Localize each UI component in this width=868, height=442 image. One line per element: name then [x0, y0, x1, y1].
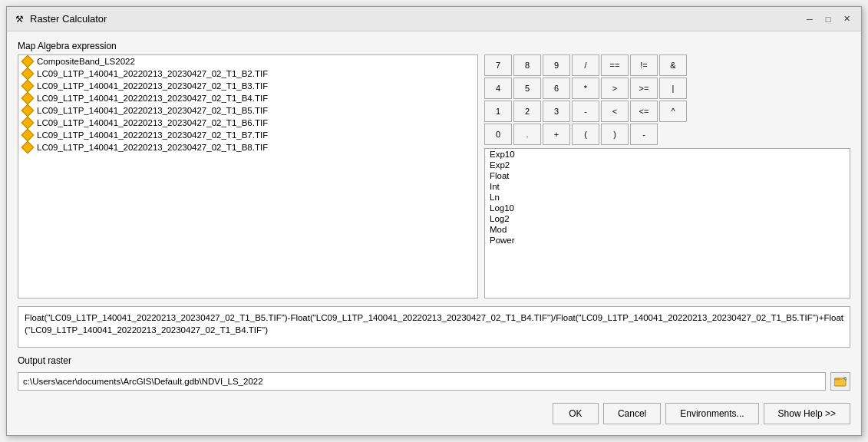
- calc-button-__[interactable]: <=: [630, 101, 658, 122]
- cancel-button[interactable]: Cancel: [603, 403, 661, 424]
- title-bar: ⚒ Raster Calculator ─ □ ✕: [7, 7, 861, 31]
- calc-button-1[interactable]: 1: [484, 101, 512, 122]
- maximize-button[interactable]: □: [820, 11, 837, 28]
- calc-button-_[interactable]: .: [513, 124, 541, 145]
- raster-item-label: LC09_L1TP_140041_20220213_20230427_02_T1…: [37, 130, 268, 140]
- calc-button-__[interactable]: >=: [630, 78, 658, 99]
- output-path-input[interactable]: [18, 372, 826, 391]
- calc-button-5[interactable]: 5: [513, 78, 541, 99]
- raster-list-container[interactable]: CompositeBand_LS2022LC09_L1TP_140041_202…: [18, 54, 478, 299]
- window-icon: ⚒: [13, 13, 25, 25]
- folder-icon: [834, 376, 847, 387]
- raster-item-label: LC09_L1TP_140041_20220213_20230427_02_T1…: [37, 94, 268, 103]
- raster-item-label: LC09_L1TP_140041_20220213_20230427_02_T1…: [37, 69, 268, 78]
- raster-item-label: LC09_L1TP_140041_20220213_20230427_02_T1…: [37, 143, 268, 152]
- raster-list-item[interactable]: LC09_L1TP_140041_20220213_20230427_02_T1…: [18, 141, 477, 153]
- calc-button-3[interactable]: 3: [543, 101, 570, 122]
- calc-button-7[interactable]: 7: [484, 54, 512, 76]
- calc-button-9[interactable]: 9: [543, 54, 570, 76]
- raster-diamond-icon: [21, 92, 35, 105]
- minimize-button[interactable]: ─: [801, 11, 818, 28]
- calc-button-_[interactable]: &: [659, 54, 687, 76]
- expression-box[interactable]: Float("LC09_L1TP_140041_20220213_2023042…: [18, 306, 850, 348]
- output-raster-label: Output raster: [18, 355, 850, 366]
- function-item-float[interactable]: Float: [485, 170, 850, 181]
- raster-item-label: LC09_L1TP_140041_20220213_20230427_02_T1…: [37, 81, 268, 91]
- calc-button-_[interactable]: -: [572, 101, 599, 122]
- function-item-power[interactable]: Power: [485, 235, 850, 246]
- raster-diamond-icon: [21, 55, 35, 68]
- functions-list[interactable]: Exp10Exp2FloatIntLnLog10Log2ModPower: [484, 148, 850, 299]
- calc-button-_[interactable]: /: [572, 54, 599, 76]
- calc-button-4[interactable]: 4: [484, 78, 512, 99]
- browse-button[interactable]: [830, 372, 850, 391]
- calc-button-_[interactable]: *: [572, 78, 599, 99]
- title-controls: ─ □ ✕: [801, 11, 855, 28]
- raster-list-item[interactable]: LC09_L1TP_140041_20220213_20230427_02_T1…: [18, 92, 477, 104]
- calc-button-6[interactable]: 6: [543, 78, 570, 99]
- raster-item-label: LC09_L1TP_140041_20220213_20230427_02_T1…: [37, 118, 268, 127]
- close-button[interactable]: ✕: [838, 11, 855, 28]
- expression-section: Float("LC09_L1TP_140041_20220213_2023042…: [18, 306, 850, 348]
- title-bar-left: ⚒ Raster Calculator: [13, 13, 107, 25]
- raster-list-item[interactable]: CompositeBand_LS2022: [18, 55, 477, 68]
- calc-button-_[interactable]: |: [659, 78, 687, 99]
- raster-diamond-icon: [21, 104, 35, 117]
- svg-rect-1: [834, 378, 840, 380]
- calc-button-0[interactable]: 0: [484, 124, 512, 145]
- function-item-log2[interactable]: Log2: [485, 213, 850, 224]
- calc-button-2[interactable]: 2: [513, 101, 541, 122]
- calc-buttons-grid: 789/==!=&456*>>=|123-<<=^0.+()-: [484, 54, 850, 145]
- raster-diamond-icon: [21, 141, 35, 154]
- raster-item-label: CompositeBand_LS2022: [37, 57, 135, 66]
- raster-diamond-icon: [21, 117, 35, 130]
- calc-button-_[interactable]: -: [630, 124, 658, 145]
- output-row: [18, 372, 850, 391]
- raster-diamond-icon: [21, 68, 35, 81]
- function-item-int[interactable]: Int: [485, 181, 850, 192]
- function-item-mod[interactable]: Mod: [485, 224, 850, 235]
- calc-button-__[interactable]: ==: [601, 54, 629, 76]
- raster-calculator-window: ⚒ Raster Calculator ─ □ ✕ Map Algebra ex…: [6, 6, 862, 436]
- raster-list-item[interactable]: LC09_L1TP_140041_20220213_20230427_02_T1…: [18, 104, 477, 117]
- calc-button-_[interactable]: >: [601, 78, 629, 99]
- function-item-log10[interactable]: Log10: [485, 203, 850, 213]
- raster-list-item[interactable]: LC09_L1TP_140041_20220213_20230427_02_T1…: [18, 117, 477, 129]
- ok-button[interactable]: OK: [553, 403, 599, 424]
- calc-button-__[interactable]: !=: [630, 54, 658, 76]
- map-algebra-label: Map Algebra expression: [18, 41, 850, 51]
- calc-button-_[interactable]: <: [601, 101, 629, 122]
- map-algebra-row: CompositeBand_LS2022LC09_L1TP_140041_202…: [18, 54, 850, 299]
- raster-list-item[interactable]: LC09_L1TP_140041_20220213_20230427_02_T1…: [18, 68, 477, 80]
- show-help-button[interactable]: Show Help >>: [764, 403, 850, 424]
- button-row: OK Cancel Environments... Show Help >>: [18, 398, 850, 426]
- calc-button-_[interactable]: +: [543, 124, 570, 145]
- raster-list-item[interactable]: LC09_L1TP_140041_20220213_20230427_02_T1…: [18, 80, 477, 92]
- raster-diamond-icon: [21, 129, 35, 142]
- function-item-exp2[interactable]: Exp2: [485, 160, 850, 170]
- raster-list-item[interactable]: LC09_L1TP_140041_20220213_20230427_02_T1…: [18, 129, 477, 141]
- output-section: Output raster: [18, 355, 850, 391]
- environments-button[interactable]: Environments...: [665, 403, 758, 424]
- function-item-exp10[interactable]: Exp10: [485, 149, 850, 160]
- map-algebra-section: Map Algebra expression CompositeBand_LS2…: [18, 41, 850, 299]
- raster-diamond-icon: [21, 80, 35, 93]
- right-panel: 789/==!=&456*>>=|123-<<=^0.+()- Exp10Exp…: [484, 54, 850, 299]
- calc-button-8[interactable]: 8: [513, 54, 541, 76]
- calc-button-_[interactable]: ): [601, 124, 629, 145]
- dialog-content: Map Algebra expression CompositeBand_LS2…: [7, 31, 861, 435]
- calc-button-_[interactable]: ^: [659, 101, 687, 122]
- window-title: Raster Calculator: [30, 13, 107, 25]
- function-item-ln[interactable]: Ln: [485, 192, 850, 203]
- calc-button-_[interactable]: (: [572, 124, 599, 145]
- raster-item-label: LC09_L1TP_140041_20220213_20230427_02_T1…: [37, 106, 268, 115]
